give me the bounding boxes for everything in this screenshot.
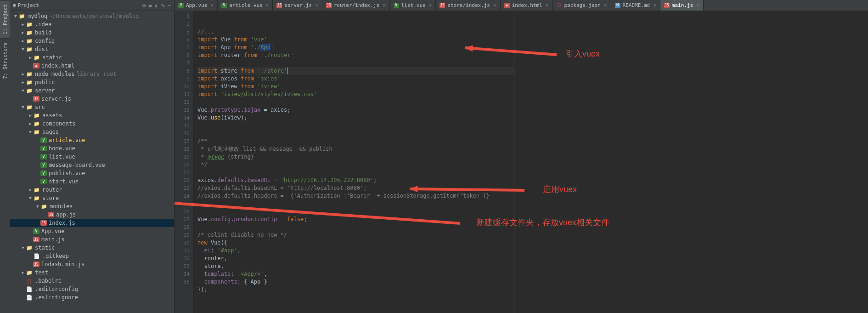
code-line[interactable]: * url地址修改 list && message && publish <box>197 145 514 153</box>
tool-tab-structure[interactable]: 7: Structure <box>0 38 10 82</box>
tab-router-index-js[interactable]: router/index.js× <box>322 0 390 11</box>
tree-node--gitkeep[interactable]: .gitkeep <box>10 252 174 260</box>
code-line[interactable] <box>197 169 514 176</box>
close-icon[interactable]: × <box>653 2 656 8</box>
code-line[interactable]: components: { App } <box>197 278 514 286</box>
code-line[interactable]: import iView from 'iview' <box>197 83 514 91</box>
code-line[interactable]: axios.defaults.baseURL = 'http://106.14.… <box>197 176 514 184</box>
code-line[interactable]: /* eslint-disable no-new */ <box>197 231 514 239</box>
close-icon[interactable]: × <box>315 2 318 8</box>
code-line[interactable]: /** <box>197 137 514 145</box>
tab-App-vue[interactable]: App.vue× <box>175 0 218 11</box>
tree-node-App-vue[interactable]: App.vue <box>10 227 174 235</box>
tree-node--editorconfig[interactable]: .editorconfig <box>10 285 174 293</box>
tree-node-server[interactable]: ▼server <box>10 86 174 95</box>
close-icon[interactable]: × <box>210 2 214 8</box>
tree-node-index-html[interactable]: index.html <box>10 62 174 70</box>
tool-tab-project[interactable]: 1: Project <box>0 0 10 38</box>
collapse-icon[interactable]: ↕ <box>155 2 158 9</box>
tree-arrow-icon[interactable]: ▶ <box>28 188 33 192</box>
project-tree[interactable]: ▼myBlog~/Documents/personal/myBlog▶.idea… <box>10 11 174 313</box>
tab-server-js[interactable]: server.js× <box>273 0 322 11</box>
code-line[interactable]: template: '<App/>', <box>197 270 514 278</box>
code-line[interactable] <box>197 59 514 67</box>
code-line[interactable] <box>197 98 514 106</box>
tree-node-main-js[interactable]: main.js <box>10 235 174 244</box>
tree-node-myBlog[interactable]: ▼myBlog~/Documents/personal/myBlog <box>10 12 174 20</box>
code-line[interactable]: Vue.prototype.$ajax = axios; <box>197 106 514 114</box>
close-icon[interactable]: × <box>429 2 432 8</box>
tree-node-assets[interactable]: ▶assets <box>10 111 174 120</box>
tree-node-static[interactable]: ▼static <box>10 244 174 252</box>
tree-arrow-icon[interactable]: ▶ <box>28 121 33 126</box>
code-line[interactable] <box>197 130 514 137</box>
tab-index-html[interactable]: index.html× <box>501 0 553 11</box>
tree-node-build[interactable]: ▶build <box>10 28 174 37</box>
tree-node-config[interactable]: ▶config <box>10 37 174 45</box>
tree-node-app-js[interactable]: app.js <box>10 211 174 219</box>
tree-node-list-vue[interactable]: list.vue <box>10 153 174 161</box>
close-icon[interactable]: × <box>493 2 496 8</box>
tree-arrow-icon[interactable]: ▶ <box>20 270 26 275</box>
tree-node-modules[interactable]: ▼modules <box>10 202 174 211</box>
tree-node-router[interactable]: ▶router <box>10 186 174 194</box>
code-line[interactable]: */ <box>197 161 514 169</box>
code-line[interactable]: new Vue({ <box>197 239 514 247</box>
tree-node-lodash-min-js[interactable]: lodash.min.js <box>10 260 174 268</box>
tree-arrow-icon[interactable]: ▼ <box>20 245 26 250</box>
tree-node-test[interactable]: ▶test <box>10 268 174 277</box>
tab-store-index-js[interactable]: store/index.js× <box>436 0 500 11</box>
code-line[interactable]: import 'iview/dist/styles/iview.css' <box>197 91 514 98</box>
tree-arrow-icon[interactable]: ▶ <box>20 22 26 27</box>
code-line[interactable]: import Vue from 'vue' <box>197 36 514 44</box>
tab-main-js[interactable]: main.js× <box>660 0 704 11</box>
code-line[interactable]: * @type {string} <box>197 153 514 161</box>
tab-package-json[interactable]: package.json× <box>552 0 611 11</box>
sync-icon[interactable]: ⇄ <box>148 2 152 9</box>
tree-arrow-icon[interactable]: ▼ <box>20 88 26 93</box>
code-line[interactable]: Vue.use(iView); <box>197 114 514 122</box>
tree-arrow-icon[interactable]: ▼ <box>28 196 33 200</box>
code-line[interactable]: import store from './store' <box>197 67 514 75</box>
close-icon[interactable]: × <box>266 2 269 8</box>
tree-arrow-icon[interactable]: ▶ <box>20 80 26 85</box>
hide-icon[interactable]: — <box>168 2 171 9</box>
code-line[interactable]: }); <box>197 286 514 294</box>
code-line[interactable] <box>197 294 514 302</box>
code-line[interactable]: //... <box>197 28 514 36</box>
tree-arrow-icon[interactable]: ▼ <box>28 130 33 134</box>
tree-node-node_modules[interactable]: ▶node_moduleslibrary root <box>10 70 174 78</box>
code-line[interactable] <box>197 223 514 231</box>
tree-node-server-js[interactable]: server.js <box>10 95 174 103</box>
code-line[interactable] <box>197 200 514 208</box>
code-line[interactable]: store, <box>197 262 514 270</box>
tree-arrow-icon[interactable]: ▼ <box>20 47 26 51</box>
code-line[interactable]: import axios from 'axios' <box>197 75 514 83</box>
tree-node-start-vue[interactable]: start.vue <box>10 177 174 186</box>
tab-list-vue[interactable]: list.vue× <box>390 0 436 11</box>
tree-node-pages[interactable]: ▼pages <box>10 128 174 136</box>
settings-icon[interactable]: ⚙ <box>142 2 146 9</box>
close-icon[interactable]: × <box>696 2 699 8</box>
tree-arrow-icon[interactable]: ▼ <box>20 105 26 109</box>
tree-node-index-js[interactable]: index.js <box>10 219 174 227</box>
code-line[interactable]: //axios.defaults.headers = {'Authorizati… <box>197 192 514 200</box>
code-line[interactable]: //axios.defaults.baseURL = 'http://local… <box>197 184 514 192</box>
tree-node--babelrc[interactable]: .babelrc <box>10 277 174 285</box>
tree-arrow-icon[interactable]: ▶ <box>20 72 26 76</box>
close-icon[interactable]: × <box>383 2 386 8</box>
tree-node-home-vue[interactable]: home.vue <box>10 144 174 153</box>
tree-node--eslintignore[interactable]: .eslintignore <box>10 293 174 302</box>
close-icon[interactable]: × <box>546 2 549 8</box>
tree-node-article-vue[interactable]: article.vue <box>10 136 174 144</box>
tree-node-dist[interactable]: ▼dist <box>10 45 174 53</box>
code-line[interactable] <box>197 208 514 216</box>
tree-arrow-icon[interactable]: ▶ <box>20 39 26 43</box>
tree-node-public[interactable]: ▶public <box>10 78 174 86</box>
tree-node--idea[interactable]: ▶.idea <box>10 20 174 28</box>
tree-node-src[interactable]: ▼src <box>10 103 174 111</box>
tree-arrow-icon[interactable]: ▼ <box>35 204 40 209</box>
code-area[interactable]: //...import Vue from 'vue'import App fro… <box>194 11 514 313</box>
tree-arrow-icon[interactable]: ▶ <box>28 113 33 118</box>
code-line[interactable]: import router from './router' <box>197 51 514 59</box>
